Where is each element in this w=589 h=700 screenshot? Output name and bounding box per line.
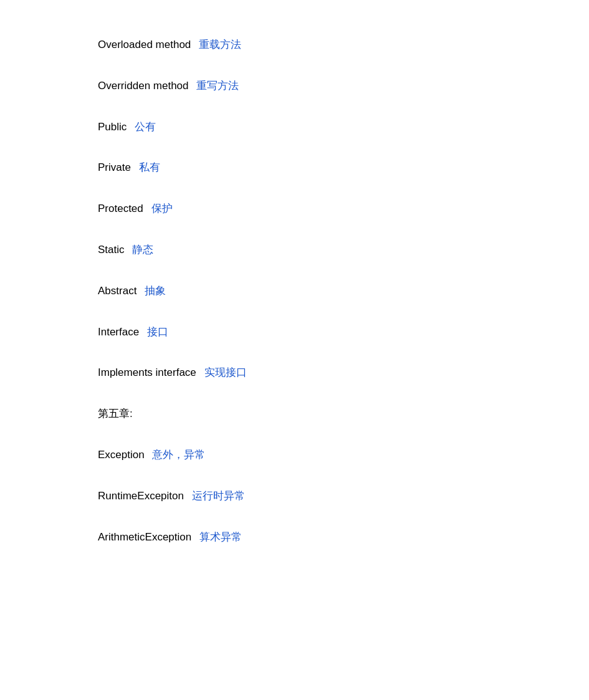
term-english: Overridden method bbox=[98, 80, 189, 92]
term-chinese: 抽象 bbox=[145, 285, 166, 297]
term-public: Public 公有 bbox=[98, 120, 589, 135]
term-arithmetic-exception: ArithmeticException 算术异常 bbox=[98, 530, 589, 545]
chapter-label: 第五章: bbox=[98, 408, 133, 420]
term-english: Protected bbox=[98, 203, 143, 214]
term-english: Overloaded method bbox=[98, 39, 191, 50]
term-exception: Exception 意外，异常 bbox=[98, 448, 589, 463]
term-static: Static 静态 bbox=[98, 242, 589, 257]
term-english: Public bbox=[98, 121, 127, 133]
term-chinese: 重载方法 bbox=[199, 39, 241, 50]
term-english: Abstract bbox=[98, 285, 136, 297]
term-chinese: 公有 bbox=[135, 121, 156, 133]
term-chinese: 静态 bbox=[132, 244, 153, 256]
term-chinese: 保护 bbox=[151, 203, 173, 214]
term-interface: Interface 接口 bbox=[98, 325, 589, 340]
term-overridden-method: Overridden method 重写方法 bbox=[98, 79, 589, 93]
term-chinese: 接口 bbox=[147, 326, 168, 338]
term-chinese: 实现接口 bbox=[204, 367, 247, 378]
chapter-heading: 第五章: bbox=[98, 406, 589, 421]
term-private: Private 私有 bbox=[98, 160, 589, 175]
term-english: Implements interface bbox=[98, 367, 196, 378]
term-english: ArithmeticException bbox=[98, 531, 191, 543]
term-chinese: 运行时异常 bbox=[192, 490, 245, 502]
term-english: Private bbox=[98, 161, 131, 173]
term-english: Interface bbox=[98, 326, 139, 338]
term-english: Static bbox=[98, 244, 125, 256]
term-abstract: Abstract 抽象 bbox=[98, 284, 589, 299]
term-implements-interface: Implements interface 实现接口 bbox=[98, 365, 589, 380]
term-chinese: 重写方法 bbox=[196, 80, 239, 92]
term-chinese: 意外，异常 bbox=[152, 449, 205, 461]
term-protected: Protected 保护 bbox=[98, 201, 589, 216]
main-content: Overloaded method 重载方法 Overridden method… bbox=[0, 0, 589, 608]
term-english: Exception bbox=[98, 449, 145, 461]
term-overloaded-method: Overloaded method 重载方法 bbox=[98, 37, 589, 52]
term-chinese: 算术异常 bbox=[199, 531, 242, 543]
term-english: RuntimeExcepiton bbox=[98, 490, 184, 502]
term-chinese: 私有 bbox=[139, 161, 160, 173]
term-runtime-exception: RuntimeExcepiton 运行时异常 bbox=[98, 489, 589, 504]
